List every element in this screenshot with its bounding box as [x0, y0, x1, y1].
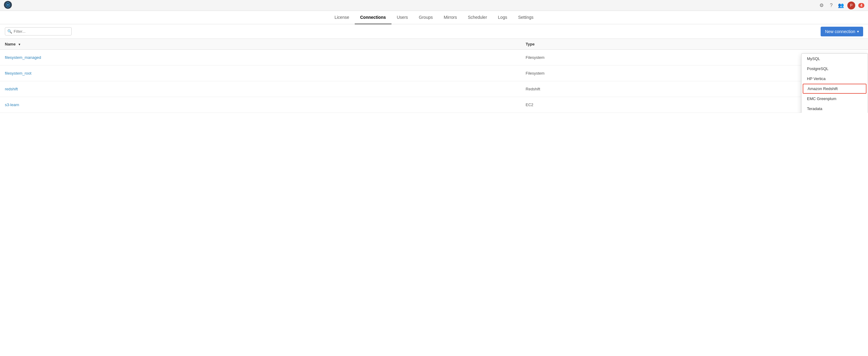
table-row: filesystem_rootFilesystem⚙	[0, 66, 868, 81]
nav-license[interactable]: License	[329, 11, 354, 24]
nav-logs[interactable]: Logs	[493, 11, 513, 24]
table-row: filesystem_managedFilesystem⚙	[0, 50, 868, 66]
nav-connections[interactable]: Connections	[355, 11, 392, 24]
connection-type: Redshift	[521, 81, 781, 97]
nav-mirrors[interactable]: Mirrors	[438, 11, 463, 24]
main-content: Name ▼ Type filesystem_managedFilesystem…	[0, 39, 868, 113]
column-header-type: Type	[521, 39, 781, 50]
connections-list: filesystem_managedFilesystem⚙filesystem_…	[0, 50, 868, 113]
connection-type: Filesystem	[521, 66, 781, 81]
navbar: License Connections Users Groups Mirrors…	[0, 11, 868, 24]
column-header-actions	[781, 39, 868, 50]
topbar-logo	[4, 1, 12, 10]
new-connection-dropdown: MySQLPostgreSQLHP VerticaAmazon Redshift…	[801, 54, 868, 113]
toolbar: 🔍 New connection ▾	[0, 24, 868, 39]
table-row: s3-learnEC2⚙	[0, 97, 868, 113]
table-row: redshiftRedshift⚙	[0, 81, 868, 97]
dropdown-item[interactable]: EMC Greenplum	[802, 94, 868, 104]
connection-type: Filesystem	[521, 50, 781, 66]
dropdown-item[interactable]: HP Vertica	[802, 74, 868, 84]
filter-input[interactable]	[5, 27, 72, 35]
users-icon[interactable]: 👥	[838, 2, 844, 9]
column-header-name[interactable]: Name ▼	[0, 39, 521, 50]
nav-settings[interactable]: Settings	[513, 11, 539, 24]
help-icon[interactable]: ?	[828, 2, 835, 9]
svg-point-1	[7, 4, 9, 6]
connection-type: EC2	[521, 97, 781, 113]
nav-scheduler[interactable]: Scheduler	[463, 11, 493, 24]
connection-name-link[interactable]: redshift	[5, 87, 18, 91]
new-connection-label: New connection	[825, 29, 855, 34]
gear-icon[interactable]: ⚙	[818, 2, 825, 9]
connection-name-link[interactable]: s3-learn	[5, 103, 19, 107]
sort-icon: ▼	[18, 43, 21, 46]
dropdown-arrow-icon: ▾	[857, 29, 859, 34]
notification-badge[interactable]: 4	[858, 3, 864, 8]
avatar[interactable]: P	[847, 2, 855, 9]
connection-name-link[interactable]: filesystem_root	[5, 71, 31, 75]
dropdown-item[interactable]: Teradata	[802, 104, 868, 113]
dropdown-item[interactable]: Amazon Redshift	[803, 84, 866, 94]
new-connection-button[interactable]: New connection ▾	[820, 27, 863, 36]
dropdown-item[interactable]: PostgreSQL	[802, 64, 868, 74]
nav-groups[interactable]: Groups	[413, 11, 438, 24]
connections-table: Name ▼ Type filesystem_managedFilesystem…	[0, 39, 868, 113]
nav-users[interactable]: Users	[392, 11, 414, 24]
topbar-right: ⚙ ? 👥 P 4	[818, 2, 864, 9]
filter-wrap: 🔍	[5, 27, 72, 35]
topbar: ⚙ ? 👥 P 4	[0, 0, 868, 11]
connection-name-link[interactable]: filesystem_managed	[5, 55, 41, 60]
table-header-row: Name ▼ Type	[0, 39, 868, 50]
dropdown-item[interactable]: MySQL	[802, 54, 868, 64]
